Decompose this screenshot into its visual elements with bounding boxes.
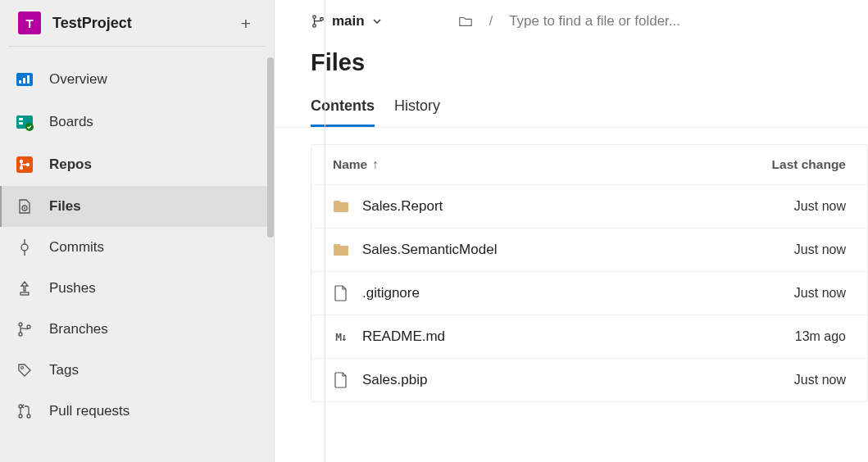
main-content: main / Files Contents History Name ↑ Las… (275, 0, 868, 462)
folder-icon (333, 198, 349, 215)
divider (325, 0, 325, 462)
svg-point-26 (313, 25, 316, 28)
project-header: T TestProject + (8, 0, 266, 47)
file-name: Sales.pbip (362, 372, 794, 388)
markdown-icon: M↓ (333, 328, 349, 345)
tags-icon (15, 360, 34, 380)
file-icon (333, 285, 349, 301)
nav-label: Branches (49, 321, 108, 337)
commits-icon (15, 238, 34, 257)
svg-rect-17 (20, 292, 29, 295)
nav-boards[interactable]: Boards (0, 101, 274, 143)
file-lastchange: 13m ago (795, 329, 846, 344)
file-table-header: Name ↑ Last change (311, 145, 867, 184)
nav-label: Boards (49, 114, 93, 130)
file-lastchange: Just now (794, 242, 846, 257)
column-header-name[interactable]: Name ↑ (333, 157, 772, 172)
nav-label: Files (49, 198, 81, 215)
nav-branches[interactable]: Branches (0, 309, 274, 350)
nav-commits[interactable]: Commits (0, 227, 274, 268)
svg-rect-5 (19, 118, 23, 120)
svg-point-23 (19, 414, 22, 418)
file-row[interactable]: M↓README.md13m ago (311, 315, 867, 358)
nav-list: Overview Boards Repos Files Commits (0, 58, 274, 432)
nav-label: Repos (49, 156, 92, 173)
file-name: README.md (362, 328, 795, 345)
svg-rect-3 (27, 75, 30, 84)
file-row[interactable]: .gitignoreJust now (311, 271, 867, 315)
project-badge: T (18, 11, 41, 34)
file-row[interactable]: Sales.SemanticModelJust now (311, 228, 867, 271)
svg-rect-6 (19, 122, 23, 125)
folder-icon[interactable] (458, 14, 473, 29)
page-title: Files (275, 38, 868, 93)
scrollbar-thumb[interactable] (267, 57, 274, 238)
svg-point-27 (320, 18, 324, 21)
plus-icon: + (241, 14, 251, 33)
branch-icon (311, 14, 325, 29)
branch-name: main (332, 13, 365, 29)
file-lastchange: Just now (794, 286, 846, 301)
add-button[interactable]: + (236, 13, 256, 34)
tabs: Contents History (275, 93, 868, 128)
file-lastchange: Just now (794, 199, 846, 214)
svg-point-14 (21, 244, 28, 251)
nav-label: Overview (49, 71, 107, 88)
pushes-icon (15, 279, 34, 298)
nav-files[interactable]: Files (0, 186, 274, 227)
file-name: Sales.Report (362, 198, 794, 215)
nav-label: Pull requests (49, 403, 130, 419)
folder-icon (333, 242, 349, 258)
overview-icon (15, 70, 34, 89)
file-lastchange: Just now (794, 373, 846, 387)
nav-pullrequests[interactable]: Pull requests (0, 391, 274, 432)
nav-pushes[interactable]: Pushes (0, 268, 274, 309)
nav-label: Pushes (49, 280, 96, 297)
repos-icon (15, 155, 34, 174)
nav-overview[interactable]: Overview (0, 58, 274, 101)
svg-point-19 (19, 333, 22, 336)
svg-rect-2 (23, 78, 25, 84)
file-search-input[interactable] (509, 13, 832, 29)
svg-point-25 (313, 16, 316, 19)
path-separator: / (489, 14, 493, 29)
sort-asc-icon: ↑ (372, 157, 379, 172)
nav-label: Commits (49, 239, 104, 256)
branch-selector[interactable]: main (311, 13, 383, 29)
file-row[interactable]: Sales.ReportJust now (311, 184, 867, 228)
svg-point-13 (24, 207, 25, 209)
svg-point-11 (26, 163, 30, 166)
svg-point-10 (20, 166, 23, 170)
project-title[interactable]: TestProject (52, 15, 236, 32)
branches-icon (15, 319, 34, 339)
file-icon (333, 372, 349, 388)
sidebar: T TestProject + Overview Boards Repos (0, 0, 275, 462)
svg-point-18 (19, 323, 22, 326)
boards-icon (15, 112, 34, 132)
tab-contents[interactable]: Contents (311, 93, 375, 127)
files-icon (15, 197, 34, 216)
svg-rect-1 (19, 80, 21, 84)
nav-repos[interactable]: Repos (0, 143, 274, 186)
svg-point-9 (20, 160, 23, 163)
file-row[interactable]: Sales.pbipJust now (311, 358, 867, 401)
nav-label: Tags (49, 362, 79, 378)
nav-tags[interactable]: Tags (0, 350, 274, 391)
svg-point-20 (27, 325, 30, 328)
top-bar: main / (275, 0, 868, 38)
tab-history[interactable]: History (394, 93, 440, 127)
column-header-lastchange[interactable]: Last change (772, 157, 846, 172)
file-name: Sales.SemanticModel (362, 242, 794, 258)
file-name: .gitignore (362, 285, 794, 301)
chevron-down-icon (371, 16, 383, 27)
svg-point-21 (21, 367, 24, 369)
pullrequests-icon (15, 401, 34, 421)
svg-point-24 (27, 414, 30, 418)
file-panel: Name ↑ Last change Sales.ReportJust nowS… (311, 144, 868, 402)
